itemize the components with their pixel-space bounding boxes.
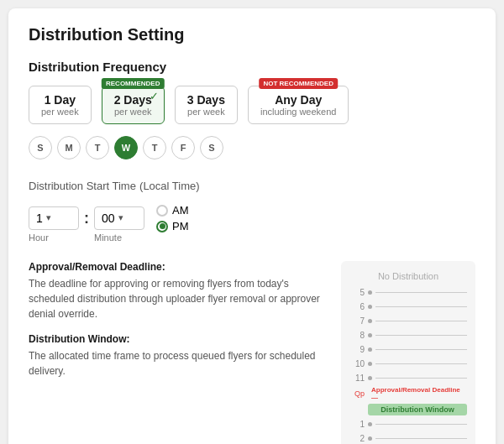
tl-label-6: 6 [349, 302, 365, 311]
freq-1day[interactable]: 1 Day per week [29, 86, 92, 124]
minute-label: Minute [94, 232, 144, 243]
tl-label-9: 9 [349, 345, 365, 354]
freq-3days-label: per week [187, 107, 225, 117]
tl-label-2a: 2 [349, 434, 365, 443]
tl-row-2a: 2 [349, 432, 467, 444]
am-radio[interactable] [156, 205, 168, 217]
hour-select[interactable]: 1 ▾ [29, 206, 79, 230]
desc-approval-text: The deadline for approving or removing f… [29, 276, 324, 321]
tl-dot-5 [368, 290, 372, 295]
desc-approval-title: Approval/Removal Deadline: [29, 261, 324, 273]
freq-1day-num: 1 Day [41, 93, 79, 107]
bottom-row: Approval/Removal Deadline: The deadline … [29, 261, 475, 444]
minute-wrap: 00 ▾ Minute [94, 206, 144, 243]
tl-row-11: 11 [349, 372, 467, 384]
page-title: Distribution Setting [29, 25, 475, 44]
tl-line-2a [375, 438, 467, 439]
hour-chevron-icon: ▾ [46, 212, 51, 223]
tl-line-7 [375, 321, 467, 321]
ampm-wrap: AM PM [156, 204, 189, 232]
desc-window: Distribution Window: The allocated time … [29, 333, 324, 379]
tl-line-6 [375, 306, 467, 307]
day-btn-thu[interactable]: T [143, 136, 166, 159]
desc-approval: Approval/Removal Deadline: The deadline … [29, 261, 324, 321]
day-btn-wed[interactable]: W [114, 136, 138, 159]
freq-1day-label: per week [41, 107, 79, 117]
day-btn-fri[interactable]: F [171, 136, 195, 159]
tl-dot-10 [368, 362, 372, 366]
window-row: Distribution Window [368, 404, 467, 415]
freq-anyday[interactable]: NOT RECOMMENDED Any Day including weeken… [248, 86, 349, 124]
tl-row-7: 7 [349, 315, 467, 326]
day-btn-tue[interactable]: T [86, 136, 109, 159]
start-time-section: Distribution Start Time (Local Time) 1 ▾… [29, 178, 475, 244]
tl-line-1a [375, 424, 467, 425]
freq-anyday-label: including weekend [260, 107, 337, 117]
tl-row-1a: 1 [349, 418, 467, 430]
time-colon: : [84, 211, 89, 226]
tl-dot-9 [368, 347, 372, 352]
tl-line-8 [375, 335, 467, 336]
hour-label: Hour [29, 232, 79, 243]
start-time-title: Distribution Start Time (Local Time) [29, 178, 475, 192]
pm-label: PM [172, 220, 189, 232]
freq-3days-num: 3 Days [187, 93, 225, 107]
tl-dot-8 [368, 333, 372, 337]
day-btn-mon[interactable]: M [57, 136, 81, 159]
settings-card: Distribution Setting Distribution Freque… [8, 8, 496, 444]
tl-label-10: 10 [349, 359, 365, 368]
tl-row-5: 5 [349, 286, 467, 298]
freq-2days-label: per week [114, 107, 152, 117]
tl-dot-2a [368, 436, 372, 441]
tl-row-9: 9 [349, 343, 467, 355]
window-label: Distribution Window [371, 405, 464, 414]
hour-wrap: 1 ▾ Hour [29, 206, 79, 243]
tl-row-6: 6 [349, 300, 467, 312]
recommended-badge: RECOMMENDED [102, 78, 164, 89]
tl-row-10: 10 [349, 358, 467, 369]
tl-dot-6 [368, 305, 372, 309]
am-option[interactable]: AM [156, 204, 189, 217]
not-recommended-badge: NOT RECOMMENDED [259, 78, 338, 89]
tl-dot-7 [368, 319, 372, 323]
minute-value: 00 [102, 212, 115, 225]
day-btn-sat[interactable]: S [200, 136, 223, 159]
minute-chevron-icon: ▾ [118, 212, 123, 223]
day-selector: S M T W T F S [29, 136, 475, 159]
freq-anyday-num: Any Day [260, 93, 337, 107]
desc-window-text: The allocated time frame to process queu… [29, 348, 324, 379]
tl-line-5 [375, 292, 467, 293]
day-btn-sun[interactable]: S [29, 136, 52, 159]
timeline-panel: No Distribution 5 6 7 8 [341, 261, 475, 444]
frequency-options: 1 Day per week RECOMMENDED ✓ 2 Days per … [29, 86, 475, 124]
tl-dot-11 [368, 376, 372, 380]
tl-label-1a: 1 [349, 420, 365, 429]
freq-2days-num: 2 Days [114, 93, 152, 107]
am-label: AM [172, 204, 189, 217]
time-row: 1 ▾ Hour : 00 ▾ Minute AM [29, 204, 475, 244]
pm-option[interactable]: PM [156, 220, 189, 232]
freq-3days[interactable]: 3 Days per week [175, 86, 238, 124]
descriptions: Approval/Removal Deadline: The deadline … [29, 261, 324, 444]
freq-2days[interactable]: RECOMMENDED ✓ 2 Days per week [102, 86, 165, 124]
desc-window-title: Distribution Window: [29, 333, 324, 345]
tl-label-5: 5 [349, 288, 365, 297]
deadline-text-label: Approval/Removal Deadline — [371, 386, 467, 401]
qp-label: Qp [349, 389, 365, 398]
no-dist-top: No Distribution [349, 271, 467, 281]
tl-line-9 [375, 349, 467, 350]
check-icon: ✓ [150, 90, 159, 102]
tl-line-11 [375, 378, 467, 379]
tl-line-10 [375, 363, 467, 364]
pm-radio[interactable] [156, 221, 168, 232]
deadline-marker-row: Qp Approval/Removal Deadline — [349, 386, 467, 401]
frequency-title: Distribution Frequency [29, 60, 475, 74]
tl-label-11: 11 [349, 373, 365, 383]
tl-row-8: 8 [349, 329, 467, 341]
minute-select[interactable]: 00 ▾ [94, 206, 144, 230]
tl-dot-1a [368, 422, 372, 426]
frequency-section: Distribution Frequency 1 Day per week RE… [29, 60, 475, 159]
tl-label-7: 7 [349, 316, 365, 326]
tl-label-8: 8 [349, 331, 365, 340]
hour-value: 1 [36, 212, 43, 225]
